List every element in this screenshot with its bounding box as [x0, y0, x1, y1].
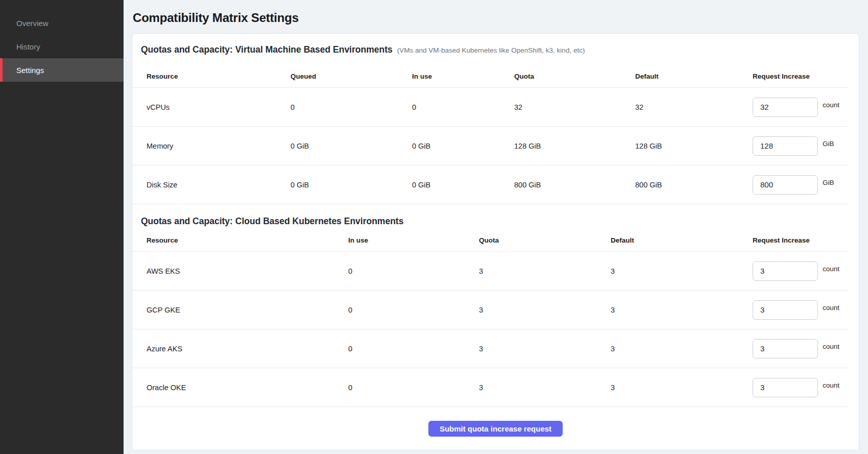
request-increase-cell: count: [753, 300, 849, 320]
settings-card: Quotas and Capacity: Virtual Machine Bas…: [132, 33, 859, 450]
cell-quota: 3: [479, 384, 611, 392]
cell-in_use: 0 GiB: [412, 142, 514, 150]
table-header-row: ResourceIn useQuotaDefaultRequest Increa…: [132, 235, 849, 252]
unit-label: count: [823, 304, 839, 312]
cell-default: 3: [611, 384, 753, 392]
table-row: GCP GKE033count: [132, 291, 849, 329]
request-increase-input-oracle-oke[interactable]: [753, 378, 818, 397]
cell-queued: 0 GiB: [291, 181, 412, 189]
cell-default: 3: [611, 345, 753, 353]
unit-label: GiB: [823, 140, 834, 148]
column-header-quota: Quota: [479, 235, 611, 246]
sidebar-item-label: History: [16, 42, 40, 51]
section-title: Quotas and Capacity: Cloud Based Kuberne…: [141, 216, 403, 227]
cell-quota: 3: [479, 345, 611, 353]
table-row: AWS EKS033count: [132, 252, 849, 291]
column-header-default: Default: [611, 235, 753, 246]
table-row: Oracle OKE033count: [132, 368, 849, 407]
cell-in_use: 0: [348, 384, 479, 392]
table-row: vCPUs003232count: [132, 88, 849, 127]
section-heading: Quotas and Capacity: Cloud Based Kuberne…: [132, 216, 859, 227]
request-increase-input-disk-size[interactable]: [753, 175, 818, 195]
resource-name: Memory: [132, 142, 291, 150]
resource-name: vCPUs: [132, 103, 291, 111]
request-increase-input-gcp-gke[interactable]: [753, 300, 818, 320]
cell-in_use: 0: [348, 306, 479, 314]
sidebar-item-label: Overview: [16, 19, 49, 28]
cell-default: 32: [635, 103, 753, 111]
unit-label: GiB: [823, 179, 834, 186]
request-increase-cell: GiB: [753, 136, 849, 156]
page-title: Compatibility Matrix Settings: [133, 10, 859, 26]
column-header-request-increase: Request Increase: [753, 235, 849, 246]
submit-quota-increase-button[interactable]: Submit quota increase request: [428, 421, 563, 437]
cell-default: 800 GiB: [635, 181, 753, 189]
app-root: OverviewHistorySettings Compatibility Ma…: [0, 0, 868, 454]
cell-in_use: 0 GiB: [412, 181, 514, 189]
column-header-resource: Resource: [132, 235, 348, 246]
table-row: Memory0 GiB0 GiB128 GiB128 GiBGiB: [132, 127, 849, 165]
cell-default: 3: [611, 267, 753, 275]
resource-name: Azure AKS: [132, 345, 348, 353]
request-increase-cell: count: [753, 261, 849, 281]
table-header-row: ResourceQueuedIn useQuotaDefaultRequest …: [132, 71, 849, 88]
unit-label: count: [823, 381, 839, 389]
main-content: Compatibility Matrix Settings Quotas and…: [124, 0, 868, 454]
request-increase-cell: count: [753, 378, 849, 397]
request-increase-input-aws-eks[interactable]: [753, 261, 818, 281]
cell-queued: 0 GiB: [291, 142, 412, 150]
sidebar-item-settings[interactable]: Settings: [0, 58, 124, 82]
cell-in_use: 0: [348, 345, 479, 353]
cell-default: 3: [611, 306, 753, 314]
sidebar-item-history[interactable]: History: [0, 35, 124, 58]
cell-quota: 800 GiB: [514, 181, 635, 189]
column-header-in-use: In use: [412, 71, 514, 82]
sidebar-item-overview[interactable]: Overview: [0, 11, 124, 35]
resource-name: AWS EKS: [132, 267, 348, 275]
cell-quota: 3: [479, 306, 611, 314]
resource-name: Oracle OKE: [132, 384, 348, 392]
resource-name: Disk Size: [132, 181, 291, 189]
resource-name: GCP GKE: [132, 306, 348, 314]
column-header-request-increase: Request Increase: [753, 71, 849, 82]
unit-label: count: [823, 265, 839, 273]
table-row: Disk Size0 GiB0 GiB800 GiB800 GiBGiB: [132, 165, 849, 204]
quota-table: ResourceQueuedIn useQuotaDefaultRequest …: [132, 71, 849, 204]
sidebar-nav: OverviewHistorySettings: [0, 11, 124, 82]
request-increase-cell: count: [753, 339, 849, 359]
column-header-queued: Queued: [291, 71, 412, 82]
quota-section-0: Quotas and Capacity: Virtual Machine Bas…: [132, 44, 859, 204]
section-subtitle: (VMs and VM-based Kubernetes like OpenSh…: [397, 45, 585, 56]
section-heading: Quotas and Capacity: Virtual Machine Bas…: [132, 44, 859, 56]
cell-in_use: 0: [348, 267, 479, 275]
request-increase-input-memory[interactable]: [753, 136, 818, 156]
request-increase-input-vcpus[interactable]: [753, 98, 818, 117]
submit-button-row: Submit quota increase request: [132, 421, 859, 437]
quota-sections: Quotas and Capacity: Virtual Machine Bas…: [132, 44, 859, 407]
unit-label: count: [823, 101, 839, 109]
request-increase-cell: count: [753, 98, 849, 117]
cell-in_use: 0: [412, 103, 514, 111]
cell-quota: 3: [479, 267, 611, 275]
cell-quota: 128 GiB: [514, 142, 635, 150]
column-header-default: Default: [635, 71, 753, 82]
cell-default: 128 GiB: [635, 142, 753, 150]
column-header-in-use: In use: [348, 235, 479, 246]
section-title: Quotas and Capacity: Virtual Machine Bas…: [141, 44, 393, 55]
column-header-quota: Quota: [514, 71, 635, 82]
sidebar: OverviewHistorySettings: [0, 0, 124, 454]
cell-quota: 32: [514, 103, 635, 111]
unit-label: count: [823, 343, 839, 350]
table-row: Azure AKS033count: [132, 329, 849, 368]
cell-queued: 0: [291, 103, 412, 111]
sidebar-item-label: Settings: [16, 66, 44, 75]
request-increase-input-azure-aks[interactable]: [753, 339, 818, 359]
column-header-resource: Resource: [132, 71, 291, 82]
request-increase-cell: GiB: [753, 175, 849, 195]
quota-section-1: Quotas and Capacity: Cloud Based Kuberne…: [132, 216, 859, 407]
quota-table: ResourceIn useQuotaDefaultRequest Increa…: [132, 235, 849, 407]
